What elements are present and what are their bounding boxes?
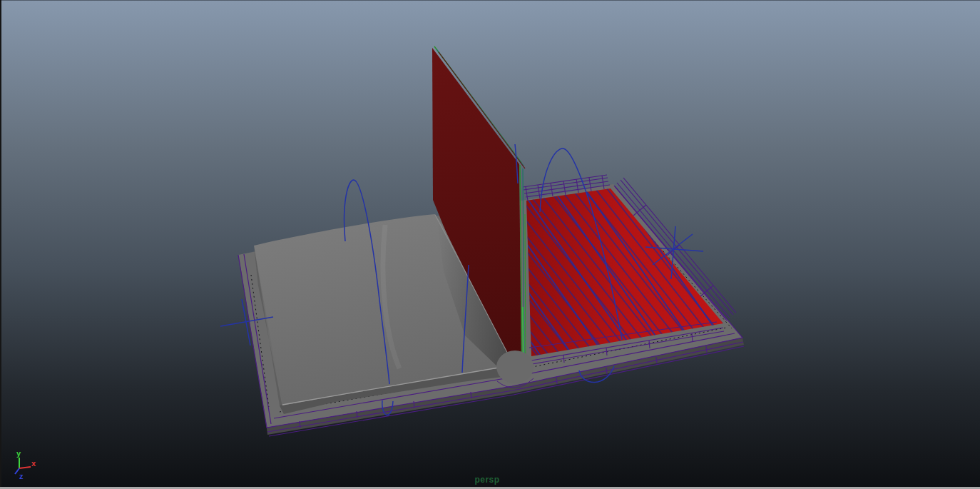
spine-roll-surface (496, 351, 534, 383)
viewport-3d[interactable]: y x z persp (0, 0, 980, 489)
viewport-border-left (0, 0, 1, 489)
viewport-canvas[interactable]: y x z persp (0, 0, 980, 489)
axis-x-label: x (31, 459, 36, 468)
camera-label: persp (474, 475, 499, 485)
axis-y-label: y (16, 449, 21, 458)
axis-z-label: z (19, 472, 24, 480)
viewport-border-top (0, 0, 980, 1)
